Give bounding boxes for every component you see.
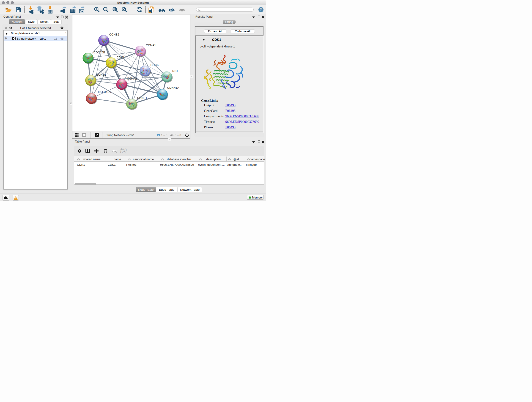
svg-text:CDC25B: CDC25B — [94, 51, 105, 54]
svg-text:CCNB2: CCNB2 — [109, 33, 119, 36]
svg-text:CDC6: CDC6 — [150, 63, 158, 66]
svg-text:CCNE1: CCNE1 — [137, 96, 147, 100]
svg-text:CCNB1: CCNB1 — [96, 73, 106, 76]
svg-text:CCNA1: CCNA1 — [146, 44, 156, 47]
svg-text:CDK1: CDK1 — [117, 56, 125, 59]
svg-text:RB1: RB1 — [172, 70, 178, 73]
svg-text:CCNA2: CCNA2 — [127, 77, 137, 80]
svg-text:HIST1H1A: HIST1H1A — [96, 90, 111, 93]
svg-text:CDKN1A: CDKN1A — [167, 86, 179, 89]
